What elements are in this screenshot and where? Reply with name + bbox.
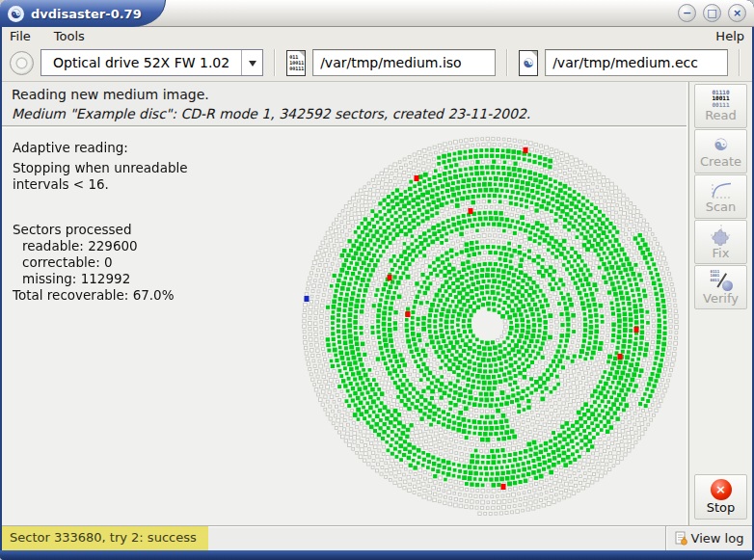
page-fold-icon (531, 51, 537, 57)
correctable-count: correctable: 0 (13, 254, 188, 271)
menubar: File Tools Help (2, 27, 752, 44)
menu-help[interactable]: Help (715, 29, 744, 43)
scan-label: Scan (706, 200, 737, 214)
create-yin-yang-icon: ☯ (714, 135, 728, 154)
cd-drive-icon (10, 51, 34, 75)
sector-status-message: Sector 333680, try 2: success (2, 526, 208, 550)
scan-curve-icon (710, 180, 733, 200)
stopping-note-line1: Stopping when unreadable (13, 160, 188, 176)
menu-tools[interactable]: Tools (54, 29, 85, 43)
readable-count: readable: 229600 (13, 238, 188, 254)
stop-button[interactable]: × Stop (694, 474, 747, 520)
titlebar: ☯ dvdisaster-0.79 − □ × (0, 0, 754, 27)
adaptive-reading-info: Adaptive reading: Stopping when unreadab… (13, 140, 188, 304)
toolbar-separator (739, 49, 741, 76)
fix-button-disabled: Fix (694, 220, 747, 264)
action-sidebar: 011101001100111 Read ☯ Create Scan Fix 0… (689, 82, 752, 525)
reading-visualization-panel: Adaptive reading: Stopping when unreadab… (2, 128, 687, 525)
read-label: Read (705, 109, 737, 122)
drive-selector[interactable]: Optical drive 52X FW 1.02 (40, 49, 263, 76)
view-log-button[interactable]: View log (665, 526, 752, 550)
statusbar-message-area: Sector 333680, try 2: success (2, 526, 665, 550)
adaptive-reading-heading: Adaptive reading: (13, 140, 188, 156)
maximize-button[interactable]: □ (703, 4, 721, 22)
iso-file-icon: 011 10011 00111 (286, 50, 306, 76)
window-controls: − □ × (678, 4, 746, 22)
ecc-file-input[interactable] (545, 49, 728, 76)
page-fold-icon (299, 51, 305, 57)
toolbar-separator (274, 49, 276, 76)
close-button[interactable]: × (728, 4, 746, 22)
window-title: dvdisaster-0.79 (31, 7, 142, 21)
chevron-down-icon (249, 61, 256, 70)
image-file-input[interactable] (312, 49, 496, 76)
stop-label: Stop (707, 501, 736, 515)
menu-file[interactable]: File (10, 29, 31, 43)
statusbar: Sector 333680, try 2: success View log (2, 525, 752, 550)
fix-label: Fix (713, 247, 730, 260)
read-binary-icon: 011101001100111 (712, 90, 729, 109)
title-tab: ☯ dvdisaster-0.79 (0, 0, 166, 27)
minimize-button[interactable]: − (678, 4, 696, 22)
drive-selector-arrow[interactable] (241, 50, 262, 75)
create-button-disabled: ☯ Create (694, 129, 747, 173)
verify-label: Verify (703, 292, 739, 306)
fix-puzzle-icon (710, 225, 733, 246)
toolbar-separator (506, 49, 508, 76)
window-bottom-frame (0, 550, 754, 560)
toolbar: Optical drive 52X FW 1.02 011 10011 0011… (2, 44, 752, 82)
app-yin-yang-icon: ☯ (8, 6, 24, 22)
scan-button-disabled: Scan (694, 174, 747, 219)
verify-button-disabled: 0111 1001 0011 Verify (694, 265, 747, 309)
missing-count: missing: 112992 (13, 271, 188, 287)
status-line-1: Reading new medium image. (12, 87, 677, 102)
stopping-note-line2: intervals < 16. (13, 176, 188, 193)
log-document-icon (675, 531, 688, 546)
stop-icon: × (711, 479, 732, 500)
app-window: ☯ dvdisaster-0.79 − □ × File Tools Help … (0, 0, 754, 560)
status-line-2: Medium "Example disc": CD-R mode 1, 3425… (12, 106, 677, 121)
total-recoverable: Total recoverable: 67.0% (13, 287, 188, 304)
status-header: Reading new medium image. Medium "Exampl… (2, 82, 687, 125)
create-label: Create (700, 155, 741, 169)
view-log-label: View log (691, 531, 744, 546)
sectors-processed-heading: Sectors processed (13, 222, 188, 238)
drive-selector-value: Optical drive 52X FW 1.02 (41, 50, 241, 75)
yin-yang-icon: ☯ (520, 56, 537, 70)
verify-compare-icon: 0111 1001 0011 (709, 270, 734, 291)
read-button-disabled: 011101001100111 Read (694, 84, 747, 128)
ecc-file-icon: ☯ (519, 50, 538, 76)
